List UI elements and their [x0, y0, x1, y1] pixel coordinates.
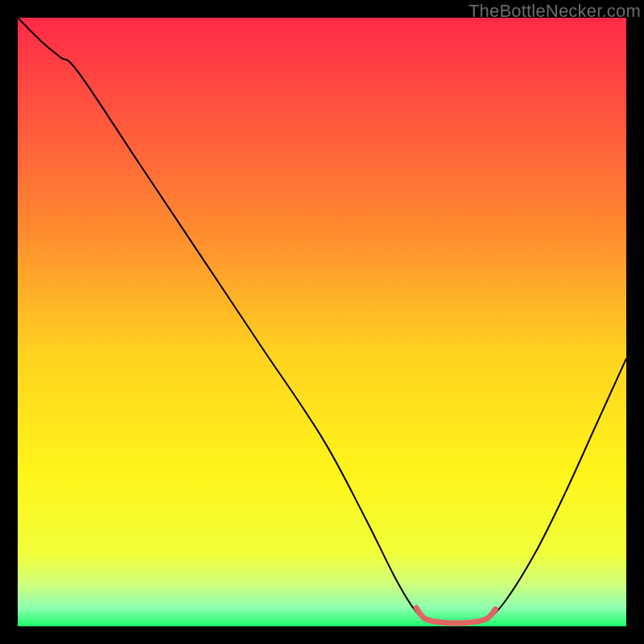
watermark-text: TheBottleNecker.com — [469, 1, 641, 22]
chart-frame — [18, 18, 626, 626]
gradient-background — [18, 18, 626, 626]
chart-svg — [18, 18, 626, 626]
